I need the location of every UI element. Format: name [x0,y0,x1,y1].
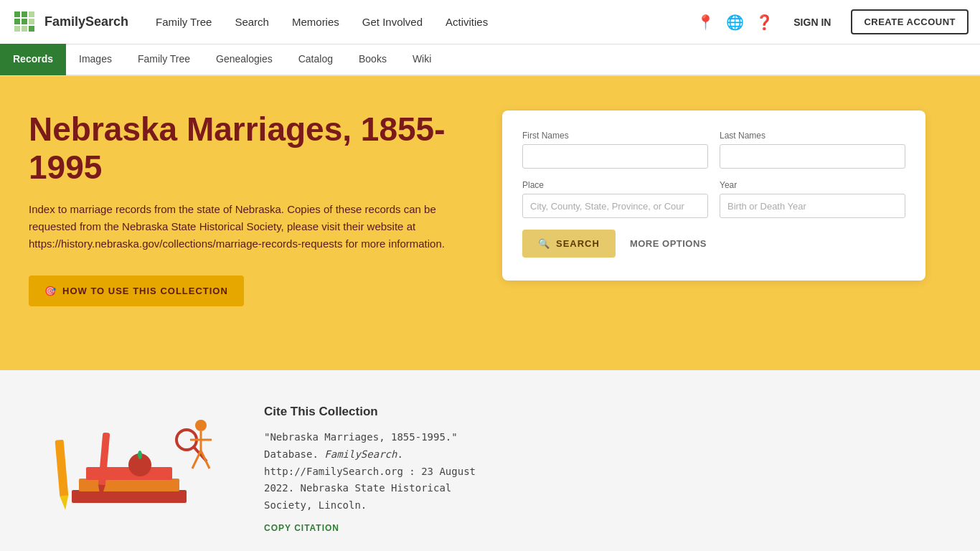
svg-marker-16 [60,495,70,510]
how-to-use-button[interactable]: 🎯 HOW TO USE THIS COLLECTION [29,276,244,306]
nav-item-search[interactable]: Search [225,10,279,34]
last-names-field: Last Names [720,131,905,169]
nav-item-activities[interactable]: Activities [435,10,498,34]
logo[interactable]: FamilySearch [11,9,128,36]
second-navigation: Records Images Family Tree Genealogies C… [0,44,980,76]
top-navigation: FamilySearch Family Tree Search Memories… [0,0,980,44]
svg-rect-2 [22,11,27,17]
hero-left-content: Nebraska Marriages, 1855-1995 Index to m… [29,110,473,306]
svg-line-25 [201,451,209,468]
copy-citation-button[interactable]: COPY CITATION [264,523,339,533]
logo-text: FamilySearch [44,14,128,29]
cite-title: Cite This Collection [264,405,951,419]
second-nav-family-tree[interactable]: Family Tree [125,44,203,75]
more-options-button[interactable]: MORE OPTIONS [630,238,707,249]
first-names-field: First Names [522,131,708,169]
cite-line1: "Nebraska Marriages, 1855-1995." [264,431,458,443]
last-names-label: Last Names [720,131,905,141]
year-label: Year [720,180,905,190]
svg-point-14 [138,451,142,459]
svg-point-21 [195,420,207,431]
search-actions: 🔍 SEARCH MORE OPTIONS [522,230,905,258]
second-nav-wiki[interactable]: Wiki [400,44,444,75]
svg-rect-10 [72,490,187,503]
hero-section: Nebraska Marriages, 1855-1995 Index to m… [0,76,980,370]
cite-text: "Nebraska Marriages, 1855-1995." Databas… [264,429,951,514]
second-nav-catalog[interactable]: Catalog [286,44,346,75]
svg-rect-1 [14,11,20,17]
search-btn-label: SEARCH [556,238,600,249]
search-box: First Names Last Names Place Year 🔍 SEAR… [502,110,925,281]
svg-rect-15 [55,440,69,498]
nav-item-family-tree[interactable]: Family Tree [146,10,222,34]
page-title: Nebraska Marriages, 1855-1995 [29,110,473,187]
location-icon[interactable]: 📍 [697,14,715,31]
nav-item-get-involved[interactable]: Get Involved [352,10,433,34]
search-icon: 🔍 [538,238,550,249]
svg-rect-6 [29,19,34,24]
help-icon[interactable]: ❓ [755,14,773,31]
cite-line4: 2022. Nebraska State Historical [264,482,451,494]
globe-icon[interactable]: 🌐 [726,14,744,31]
hero-description: Index to marriage records from the state… [29,201,445,253]
svg-rect-8 [22,26,27,32]
svg-rect-4 [22,19,27,24]
second-nav-genealogies[interactable]: Genealogies [203,44,286,75]
last-names-input[interactable] [720,144,905,169]
place-input[interactable] [522,194,708,218]
first-names-label: First Names [522,131,708,141]
search-row-place-year: Place Year [522,180,905,218]
search-button[interactable]: 🔍 SEARCH [522,230,616,258]
svg-rect-11 [79,479,179,491]
year-field: Year [720,180,905,218]
svg-rect-7 [14,26,20,32]
compass-icon: 🎯 [44,286,57,296]
second-nav-books[interactable]: Books [346,44,400,75]
create-account-button[interactable]: CREATE ACCOUNT [851,9,969,34]
svg-line-24 [192,451,201,468]
familysearch-logo-icon [11,9,39,36]
place-field: Place [522,180,708,218]
decorative-illustration [29,404,230,533]
first-names-input[interactable] [522,144,708,169]
main-nav: Family Tree Search Memories Get Involved… [146,10,697,34]
place-label: Place [522,180,708,190]
second-nav-images[interactable]: Images [66,44,125,75]
svg-rect-5 [29,11,34,17]
cite-line3: http://FamilySearch.org : 23 August [264,466,476,477]
bottom-section: Cite This Collection "Nebraska Marriages… [0,370,980,551]
cite-line5: Society, Lincoln. [264,499,367,511]
svg-rect-9 [29,26,34,32]
cite-section: Cite This Collection "Nebraska Marriages… [264,399,951,533]
sign-in-button[interactable]: SIGN IN [785,12,839,32]
nav-right-actions: 📍 🌐 ❓ SIGN IN CREATE ACCOUNT [697,9,969,34]
year-input[interactable] [720,194,905,218]
illustration-area [29,399,230,533]
search-row-name: First Names Last Names [522,131,905,169]
nav-item-memories[interactable]: Memories [282,10,349,34]
svg-rect-3 [14,19,20,24]
cite-line2: Database. FamilySearch. [264,448,403,460]
how-to-btn-label: HOW TO USE THIS COLLECTION [62,286,228,296]
second-nav-records[interactable]: Records [0,44,66,75]
